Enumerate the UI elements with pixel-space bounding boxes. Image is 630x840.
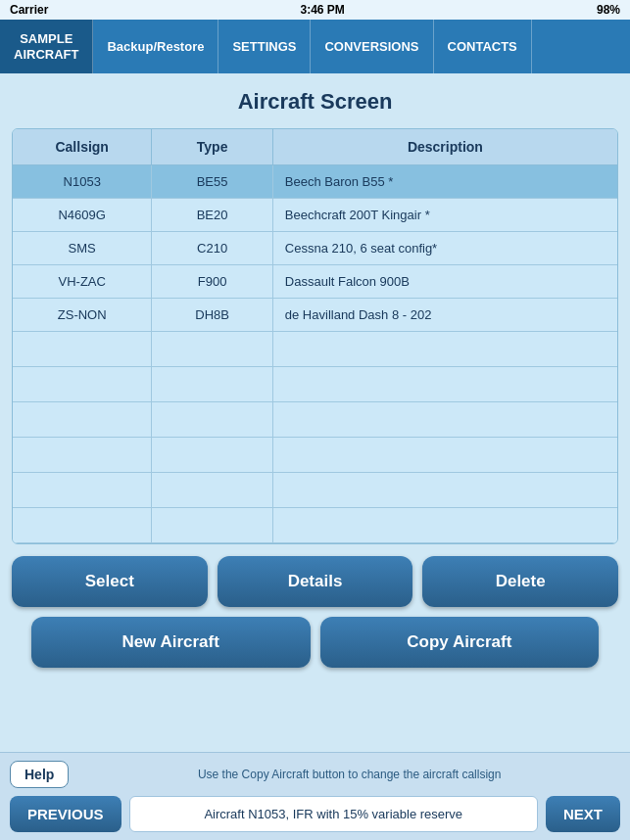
details-button[interactable]: Details xyxy=(218,556,413,607)
footer-nav-info: Aircraft N1053, IFR with 15% variable re… xyxy=(129,796,538,832)
status-bar: Carrier 3:46 PM 98% xyxy=(0,0,630,20)
time-label: 3:46 PM xyxy=(300,3,344,17)
table-empty-row xyxy=(13,402,617,438)
cell-callsign: SMS xyxy=(13,232,152,265)
table-empty-row xyxy=(13,473,617,508)
col-header-description: Description xyxy=(272,129,617,165)
cell-type: F900 xyxy=(152,265,272,299)
page-title-container: Aircraft Screen xyxy=(0,73,630,128)
delete-button[interactable]: Delete xyxy=(422,556,618,607)
cell-type: BE55 xyxy=(152,165,272,199)
action-buttons-row1: Select Details Delete xyxy=(0,544,630,607)
table-empty-row xyxy=(13,438,617,473)
table-header-row: Callsign Type Description xyxy=(13,129,617,165)
table-row[interactable]: VH-ZACF900Dassault Falcon 900B xyxy=(13,265,617,299)
table-empty-row xyxy=(13,508,617,543)
footer-nav: PREVIOUS Aircraft N1053, IFR with 15% va… xyxy=(10,796,620,832)
nav-item-backup-restore[interactable]: Backup/Restore xyxy=(93,20,218,73)
next-button[interactable]: NEXT xyxy=(546,796,620,832)
table-empty-row xyxy=(13,367,617,402)
nav-item-sample-aircraft[interactable]: SAMPLE AIRCRAFT xyxy=(0,20,93,73)
nav-item-contacts[interactable]: CONTACTS xyxy=(434,20,532,73)
table-row[interactable]: N4609GBE20Beechcraft 200T Kingair * xyxy=(13,199,617,232)
nav-item-settings[interactable]: SETTINGS xyxy=(218,20,311,73)
aircraft-table-container: Callsign Type Description N1053BE55Beech… xyxy=(12,128,618,544)
action-buttons-row2: New Aircraft Copy Aircraft xyxy=(0,607,630,668)
new-aircraft-button[interactable]: New Aircraft xyxy=(31,617,311,668)
nav-item-conversions[interactable]: CONVERSIONS xyxy=(311,20,433,73)
carrier-label: Carrier xyxy=(10,3,48,17)
cell-description: Dassault Falcon 900B xyxy=(272,265,617,299)
cell-description: Cessna 210, 6 seat config* xyxy=(272,232,617,265)
nav-bar: SAMPLE AIRCRAFT Backup/Restore SETTINGS … xyxy=(0,20,630,73)
cell-callsign: ZS-NON xyxy=(13,299,152,332)
page-title: Aircraft Screen xyxy=(0,89,630,115)
select-button[interactable]: Select xyxy=(12,556,208,607)
copy-aircraft-button[interactable]: Copy Aircraft xyxy=(320,617,600,668)
cell-callsign: VH-ZAC xyxy=(13,265,152,299)
previous-button[interactable]: PREVIOUS xyxy=(10,796,121,832)
col-header-type: Type xyxy=(152,129,272,165)
cell-callsign: N1053 xyxy=(13,165,152,199)
help-button[interactable]: Help xyxy=(10,761,69,788)
cell-description: Beech Baron B55 * xyxy=(272,165,617,199)
footer: Help Use the Copy Aircraft button to cha… xyxy=(0,752,630,840)
cell-description: Beechcraft 200T Kingair * xyxy=(272,199,617,232)
table-row[interactable]: SMSC210Cessna 210, 6 seat config* xyxy=(13,232,617,265)
cell-type: DH8B xyxy=(152,299,272,332)
table-row[interactable]: N1053BE55Beech Baron B55 * xyxy=(13,165,617,199)
footer-top: Help Use the Copy Aircraft button to cha… xyxy=(10,761,620,788)
cell-description: de Havilland Dash 8 - 202 xyxy=(272,299,617,332)
cell-type: C210 xyxy=(152,232,272,265)
footer-hint: Use the Copy Aircraft button to change t… xyxy=(78,768,620,781)
cell-type: BE20 xyxy=(152,199,272,232)
table-row[interactable]: ZS-NONDH8Bde Havilland Dash 8 - 202 xyxy=(13,299,617,332)
col-header-callsign: Callsign xyxy=(13,129,152,165)
table-empty-row xyxy=(13,332,617,367)
battery-label: 98% xyxy=(597,3,620,17)
aircraft-table: Callsign Type Description N1053BE55Beech… xyxy=(13,129,617,543)
cell-callsign: N4609G xyxy=(13,199,152,232)
